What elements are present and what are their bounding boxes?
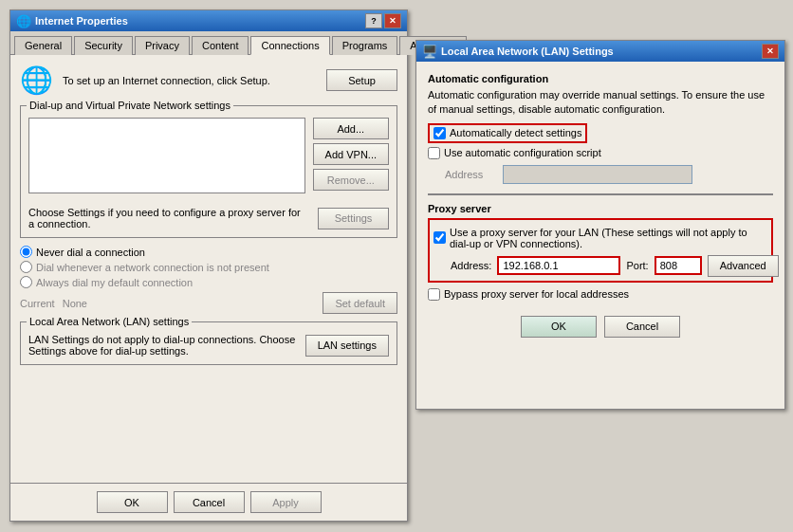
proxy-server-group: Use a proxy server for your LAN (These s… [428,218,773,283]
auto-config-section: Automatic configuration Automatic config… [428,73,773,184]
globe-icon: 🌐 [16,14,31,28]
tab-connections[interactable]: Connections [250,36,329,55]
proxy-port-input[interactable] [655,256,702,275]
choose-settings-text: Choose Settings if you need to configure… [28,207,308,229]
lan-icon: 🖥️ [422,45,437,59]
ok-button[interactable]: OK [97,491,168,513]
auto-script-container: Use automatic configuration script [428,147,773,159]
auto-detect-checkbox[interactable] [433,127,446,139]
proxy-server-title: Proxy server [428,203,773,214]
add-vpn-button[interactable]: Add VPN... [313,143,389,165]
lan-cancel-button[interactable]: Cancel [604,316,680,338]
lan-bottom-bar: OK Cancel [428,316,773,338]
bypass-checkbox[interactable] [428,288,440,301]
radio-whenever: Dial whenever a network connection is no… [20,261,397,273]
radio-never-input[interactable] [20,246,32,258]
auto-script-checkbox[interactable] [428,147,440,159]
connection-list[interactable] [28,118,305,193]
proxy-port-label: Port: [626,260,648,271]
dialup-title: Dial-up and Virtual Private Network sett… [27,100,233,111]
internet-properties-title-bar: 🌐 Internet Properties ? ✕ [10,10,407,31]
advanced-button[interactable]: Advanced [708,255,779,277]
proxy-detail-row: Address: Port: Advanced [451,255,767,277]
close-button[interactable]: ✕ [384,13,401,28]
radio-always-label: Always dial my default connection [36,277,193,288]
setup-text: To set up an Internet connection, click … [63,75,317,86]
cancel-button[interactable]: Cancel [174,491,245,513]
lan-settings-button[interactable]: LAN settings [305,335,389,357]
radio-always: Always dial my default connection [20,276,397,288]
current-label: Current [20,298,55,309]
internet-properties-title: Internet Properties [35,15,128,27]
lan-description: LAN Settings do not apply to dial-up con… [28,334,296,357]
bypass-label: Bypass proxy server for local addresses [444,288,629,300]
lan-content: Automatic configuration Automatic config… [416,62,784,349]
proxy-address-input[interactable] [497,256,620,275]
connections-content: 🌐 To set up an Internet connection, clic… [10,55,407,382]
proxy-enable-label: Use a proxy server for your LAN (These s… [450,227,767,249]
tabs-bar: General Security Privacy Content Connect… [10,31,407,55]
lan-ok-button[interactable]: OK [521,316,597,338]
radio-whenever-label: Dial whenever a network connection is no… [36,262,269,273]
auto-config-desc: Automatic configuration may override man… [428,88,773,118]
lan-title-bar: 🖥️ Local Area Network (LAN) Settings ✕ [416,41,784,62]
radio-always-input[interactable] [20,276,32,288]
auto-config-title: Automatic configuration [428,73,773,84]
tab-general[interactable]: General [14,36,72,55]
radio-whenever-input[interactable] [20,261,32,273]
dial-options: Never dial a connection Dial whenever a … [20,246,397,288]
lan-group: Local Area Network (LAN) settings LAN Se… [20,321,397,365]
address-label: Address [445,169,497,180]
tab-security[interactable]: Security [74,36,133,55]
divider [428,193,773,195]
lan-group-title: Local Area Network (LAN) settings [27,316,192,327]
apply-button[interactable]: Apply [250,491,322,513]
proxy-server-section: Proxy server Use a proxy server for your… [428,203,773,301]
settings-button[interactable]: Settings [318,208,389,229]
bypass-container: Bypass proxy server for local addresses [428,288,773,301]
address-row: Address [445,165,773,184]
tab-programs[interactable]: Programs [332,36,398,55]
set-default-button[interactable]: Set default [323,292,397,314]
remove-button[interactable]: Remove... [313,169,389,191]
tab-content[interactable]: Content [192,36,249,55]
help-button[interactable]: ? [365,13,382,28]
current-value: None [63,298,87,309]
internet-properties-window: 🌐 Internet Properties ? ✕ General Securi… [9,9,408,522]
radio-never: Never dial a connection [20,246,397,258]
auto-detect-container: Automatically detect settings [428,123,587,143]
proxy-enable-checkbox[interactable] [433,231,446,244]
proxy-address-label: Address: [451,260,491,271]
auto-detect-label: Automatically detect settings [450,127,581,138]
lan-title: Local Area Network (LAN) Settings [441,46,614,57]
bottom-bar: OK Cancel Apply [10,483,407,521]
dialup-group: Dial-up and Virtual Private Network sett… [20,105,397,238]
setup-button[interactable]: Setup [326,69,397,91]
proxy-enable-container: Use a proxy server for your LAN (These s… [433,227,767,249]
add-button[interactable]: Add... [313,118,389,139]
lan-settings-window: 🖥️ Local Area Network (LAN) Settings ✕ A… [415,40,785,410]
globe-large-icon: 🌐 [20,64,53,96]
tab-privacy[interactable]: Privacy [135,36,190,55]
auto-script-label: Use automatic configuration script [444,147,601,158]
address-input[interactable] [503,165,692,184]
lan-close-button[interactable]: ✕ [762,44,779,59]
radio-never-label: Never dial a connection [36,247,145,258]
setup-row: 🌐 To set up an Internet connection, clic… [20,64,397,96]
